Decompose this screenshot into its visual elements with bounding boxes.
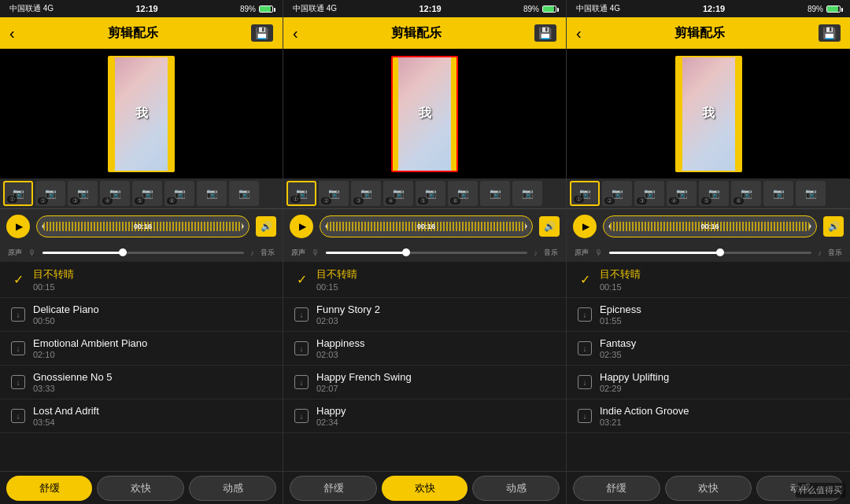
song-dur-1-4: 03:54 <box>33 418 272 427</box>
timeline-item-2-3[interactable]: 📷 ③ <box>351 181 381 206</box>
play-button-3[interactable]: ▶ <box>573 215 597 238</box>
timeline-item-3-8[interactable]: 📷 <box>796 181 826 206</box>
save-button-2[interactable]: 💾 <box>534 24 556 42</box>
download-icon-3-4[interactable]: ↓ <box>578 409 592 423</box>
tab-dynamic-1[interactable]: 动感 <box>189 476 276 501</box>
waveform-2[interactable]: ‹ 00:16 › <box>320 215 533 237</box>
tab-happy-2[interactable]: 欢快 <box>382 476 468 501</box>
download-icon-3-2[interactable]: ↓ <box>578 341 592 355</box>
tab-gentle-1[interactable]: 舒缓 <box>6 476 92 501</box>
timeline-item-2-8[interactable]: 📷 <box>512 181 542 206</box>
download-icon-2-1[interactable]: ↓ <box>294 307 309 322</box>
vol-left-label-2: 原声 <box>291 248 305 258</box>
tab-gentle-2[interactable]: 舒缓 <box>290 476 377 501</box>
timeline-strip-3: 📷 ① 📷 ② 📷 ③ 📷 ④ 📷 ⑤ 📷 ⑥ 📷 📷 <box>567 178 850 208</box>
download-icon-1-2[interactable]: ↓ <box>11 341 25 355</box>
trim-handle-right-1[interactable] <box>168 57 174 171</box>
timeline-strip-2: 📷 ① 📷 ② 📷 ③ 📷 ④ 📷 ⑤ 📷 ⑥ 📷 📷 <box>283 178 566 208</box>
timeline-item-3-5[interactable]: 📷 ⑤ <box>699 181 729 206</box>
timeline-item-4[interactable]: 📷 ④ <box>100 181 130 206</box>
song-item-2-1[interactable]: ↓ Funny Story 2 02:03 <box>283 298 566 332</box>
trim-handle-right-2[interactable] <box>451 57 457 171</box>
song-info-1-3: Gnossienne No 5 03:33 <box>33 371 272 393</box>
song-item-3-4[interactable]: ↓ Indie Action Groove 03:21 <box>567 399 850 433</box>
tab-dynamic-2[interactable]: 动感 <box>472 476 560 501</box>
timeline-item-2-6[interactable]: 📷 ⑥ <box>448 181 478 206</box>
download-icon-2-4[interactable]: ↓ <box>294 409 309 423</box>
vol-right-label-2: 音乐 <box>544 248 558 258</box>
vol-slider-3[interactable] <box>609 252 811 254</box>
play-button-1[interactable]: ▶ <box>6 215 30 238</box>
back-button-2[interactable]: ‹ <box>293 24 298 42</box>
volume-button-3[interactable]: 🔊 <box>823 216 844 237</box>
song-info-3-1: Epicness 01:55 <box>600 304 839 326</box>
trim-handle-left-2[interactable] <box>392 57 398 171</box>
tab-happy-1[interactable]: 欢快 <box>97 476 184 501</box>
tab-happy-3[interactable]: 欢快 <box>665 476 752 501</box>
download-icon-1-3[interactable]: ↓ <box>11 375 25 389</box>
download-icon-3-3[interactable]: ↓ <box>578 375 592 389</box>
timeline-item-2[interactable]: 📷 ② <box>35 181 65 206</box>
camera-icon-2-8: 📷 <box>522 188 534 199</box>
timeline-item-3-2[interactable]: 📷 ② <box>602 181 632 206</box>
timeline-item-7[interactable]: 📷 <box>197 181 227 206</box>
active-song-3[interactable]: ✓ 目不转睛 00:15 <box>567 262 850 298</box>
song-item-3-3[interactable]: ↓ Happy Uplifting 02:29 <box>567 366 850 399</box>
song-item-2-2[interactable]: ↓ Happiness 02:03 <box>283 332 566 366</box>
song-item-1-3[interactable]: ↓ Gnossienne No 5 03:33 <box>0 366 283 399</box>
timeline-item-2-7[interactable]: 📷 <box>480 181 510 206</box>
song-item-1-4[interactable]: ↓ Lost And Adrift 03:54 <box>0 399 283 433</box>
song-info-1-4: Lost And Adrift 03:54 <box>33 405 272 427</box>
song-item-1-1[interactable]: ↓ Delicate Piano 00:50 <box>0 298 283 332</box>
save-button-3[interactable]: 💾 <box>819 24 841 42</box>
volume-button-2[interactable]: 🔊 <box>539 216 560 237</box>
vol-thumb-3[interactable] <box>716 248 724 256</box>
timeline-item-6[interactable]: 📷 ⑥ <box>164 181 194 206</box>
vol-slider-2[interactable] <box>326 252 527 254</box>
back-button-3[interactable]: ‹ <box>576 24 582 42</box>
vol-slider-1[interactable] <box>42 252 244 254</box>
back-button-1[interactable]: ‹ <box>9 24 15 42</box>
timeline-item-5[interactable]: 📷 ⑤ <box>132 181 162 206</box>
vol-thumb-1[interactable] <box>119 248 127 256</box>
timeline-item-3-7[interactable]: 📷 <box>763 181 793 206</box>
tab-gentle-3[interactable]: 舒缓 <box>573 476 660 501</box>
timeline-item-2-5[interactable]: 📷 ⑤ <box>416 181 445 206</box>
timeline-item-3[interactable]: 📷 ③ <box>68 181 98 206</box>
active-song-1[interactable]: ✓ 目不转睛 00:15 <box>0 262 283 298</box>
song-name-3-4: Indie Action Groove <box>600 405 839 417</box>
download-icon-2-3[interactable]: ↓ <box>294 375 309 389</box>
timeline-item-3-1[interactable]: 📷 ① <box>570 181 600 206</box>
download-icon-2-2[interactable]: ↓ <box>294 341 309 355</box>
timeline-item-2-2[interactable]: 📷 ② <box>319 181 349 206</box>
play-button-2[interactable]: ▶ <box>290 215 313 238</box>
waveform-chevron-right-3: › <box>809 222 811 230</box>
song-item-1-2[interactable]: ↓ Emotional Ambient Piano 02:10 <box>0 332 283 366</box>
download-icon-1-4[interactable]: ↓ <box>11 409 25 423</box>
waveform-3[interactable]: ‹ 00:16 › <box>603 215 817 237</box>
timeline-item-3-4[interactable]: 📷 ④ <box>667 181 697 206</box>
timeline-item-3-3[interactable]: 📷 ③ <box>634 181 664 206</box>
song-item-3-1[interactable]: ↓ Epicness 01:55 <box>567 298 850 332</box>
active-song-2[interactable]: ✓ 目不转睛 00:15 <box>283 262 566 298</box>
trim-handle-right-3[interactable] <box>735 57 741 171</box>
volume-button-1[interactable]: 🔊 <box>256 216 276 237</box>
active-song-duration-3: 00:15 <box>600 282 839 292</box>
download-icon-3-1[interactable]: ↓ <box>578 307 592 322</box>
song-item-2-3[interactable]: ↓ Happy French Swing 02:07 <box>283 366 566 399</box>
camera-icon-3-7: 📷 <box>773 188 785 199</box>
save-button-1[interactable]: 💾 <box>251 24 273 42</box>
timeline-item-8[interactable]: 📷 <box>229 181 259 206</box>
trim-handle-left-3[interactable] <box>676 57 682 171</box>
timeline-item-3-6[interactable]: 📷 ⑥ <box>731 181 761 206</box>
tab-dynamic-3[interactable]: 动感 <box>756 476 844 501</box>
song-item-3-2[interactable]: ↓ Fantasy 02:35 <box>567 332 850 366</box>
download-icon-1-1[interactable]: ↓ <box>11 307 25 322</box>
timeline-item-2-1[interactable]: 📷 ① <box>286 181 316 206</box>
timeline-item-1[interactable]: 📷 ① <box>3 181 33 206</box>
vol-thumb-2[interactable] <box>402 248 410 256</box>
timeline-item-2-4[interactable]: 📷 ④ <box>383 181 413 206</box>
trim-handle-left-1[interactable] <box>109 57 115 171</box>
song-item-2-4[interactable]: ↓ Happy 02:34 <box>283 399 566 433</box>
waveform-1[interactable]: ‹ 00:16 › <box>36 215 249 237</box>
